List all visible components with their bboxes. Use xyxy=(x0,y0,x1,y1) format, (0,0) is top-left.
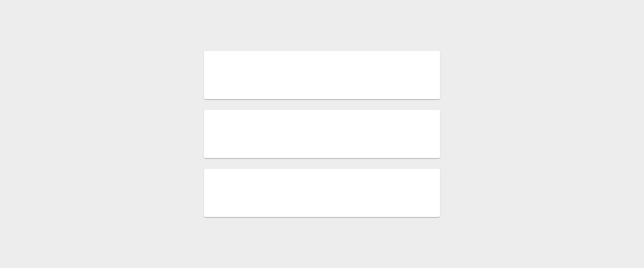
card-list xyxy=(204,51,440,217)
card[interactable] xyxy=(204,110,440,158)
card[interactable] xyxy=(204,169,440,217)
page-canvas xyxy=(0,0,644,268)
card[interactable] xyxy=(204,51,440,99)
